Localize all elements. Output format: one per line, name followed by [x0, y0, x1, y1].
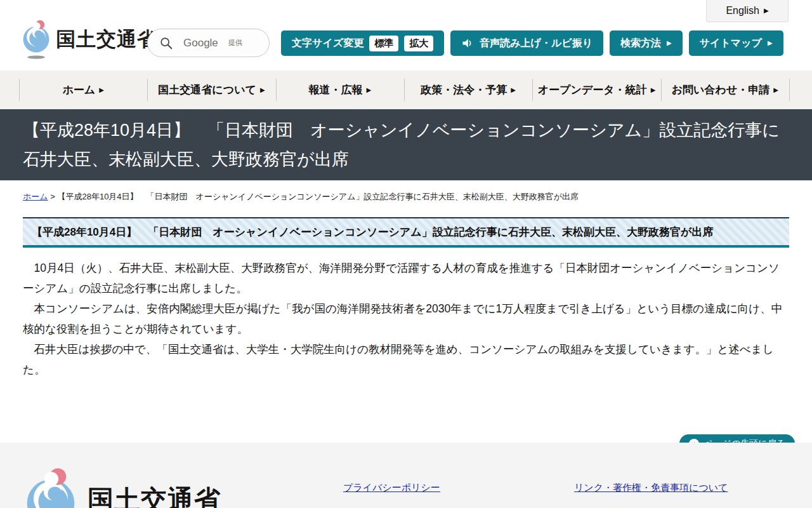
site-logo[interactable]: 国土交通省: [22, 19, 157, 60]
global-nav: ホーム ▶ 国土交通省について ▶ 報道・広報 ▶ 政策・法令・予算 ▶ オープ…: [0, 70, 812, 109]
mlit-logo-icon: [22, 19, 51, 60]
page: English ▶ 国土交通省 Google 提供: [0, 0, 812, 508]
nav-item-press[interactable]: 報道・広報 ▶: [276, 70, 404, 109]
breadcrumb: ホーム > 【平成28年10月4日】 「日本財団 オーシャンイノベーションコンソ…: [23, 191, 789, 203]
search-input[interactable]: Google 提供: [147, 29, 270, 57]
font-size-button-group: 文字サイズ変更 標準 拡大: [281, 30, 444, 56]
arrow-right-icon: ▶: [511, 87, 516, 93]
arrow-right-icon: ▶: [667, 40, 672, 46]
header-buttons: 文字サイズ変更 標準 拡大 音声読み上げ・ルビ振り 検索方法 ▶ サイトマップ …: [281, 30, 783, 56]
article-paragraph: 本コンソーシアムは、安倍内閣総理大臣が掲げた「我が国の海洋開発技術者を2030年…: [23, 298, 789, 339]
article-paragraph: 石井大臣は挨拶の中で、「国土交通省は、大学生・大学院生向けの教材開発等を進め、コ…: [23, 339, 789, 380]
nav-item-policy[interactable]: 政策・法令・予算 ▶: [404, 70, 532, 109]
nav-item-about[interactable]: 国土交通省について ▶: [147, 70, 275, 109]
breadcrumb-separator: >: [50, 192, 55, 201]
sitemap-label: サイトマップ: [700, 37, 762, 50]
english-button[interactable]: English ▶: [706, 0, 789, 22]
mlit-logo-icon: [24, 463, 77, 508]
font-size-standard-button[interactable]: 標準: [369, 36, 398, 51]
privacy-policy-link[interactable]: プライバシーポリシー: [343, 482, 440, 494]
arrow-right-icon: ▶: [99, 87, 104, 93]
footer-logo-text: 国土交通省: [88, 483, 221, 508]
header: English ▶ 国土交通省 Google 提供: [0, 0, 812, 70]
nav-item-label: 報道・広報: [308, 83, 362, 97]
arrow-right-icon: ▶: [260, 87, 265, 93]
audio-reading-button[interactable]: 音声読み上げ・ルビ振り: [450, 30, 603, 56]
nav-item-home[interactable]: ホーム ▶: [19, 70, 147, 109]
article-heading: 【平成28年10月4日】 「日本財団 オーシャンイノベーションコンソーシアム」設…: [23, 217, 789, 248]
search-placeholder: Google: [183, 37, 218, 50]
nav-item-label: お問い合わせ・申請: [672, 83, 770, 97]
search-method-button[interactable]: 検索方法 ▶: [610, 30, 683, 56]
footer-logo[interactable]: 国土交通省: [24, 463, 221, 508]
footer: 国土交通省 プライバシーポリシー リンク・著作権・免責事項について: [0, 443, 812, 508]
nav-item-label: オープンデータ・統計: [538, 83, 647, 97]
font-size-large-button[interactable]: 拡大: [404, 36, 433, 51]
breadcrumb-current: 【平成28年10月4日】 「日本財団 オーシャンイノベーションコンソーシアム」設…: [57, 192, 579, 201]
article-paragraph: 10月4日（火）、石井大臣、末松副大臣、大野政務官が、海洋開発分野で活躍する人材…: [23, 258, 789, 298]
arrow-right-icon: ▶: [366, 87, 371, 93]
copyright-disclaimer-link[interactable]: リンク・著作権・免責事項について: [574, 482, 728, 494]
arrow-right-icon: ▶: [764, 8, 769, 14]
nav-item-contact[interactable]: お問い合わせ・申請 ▶: [661, 70, 789, 109]
search-icon: [159, 36, 173, 50]
nav-item-label: ホーム: [62, 83, 95, 97]
site-logo-text: 国土交通省: [56, 26, 157, 53]
arrow-right-icon: ▶: [768, 40, 773, 46]
arrow-right-icon: ▶: [773, 87, 778, 93]
speaker-icon: [461, 37, 474, 50]
font-size-label: 文字サイズ変更: [292, 37, 363, 50]
nav-item-open-data[interactable]: オープンデータ・統計 ▶: [532, 70, 660, 109]
arrow-right-icon: ▶: [651, 87, 656, 93]
english-button-label: English: [726, 5, 759, 17]
search-method-label: 検索方法: [620, 37, 661, 50]
page-title-banner: 【平成28年10月4日】 「日本財団 オーシャンイノベーションコンソーシアム」設…: [0, 109, 812, 180]
article-body: 10月4日（火）、石井大臣、末松副大臣、大野政務官が、海洋開発分野で活躍する人材…: [23, 258, 789, 380]
nav-item-label: 政策・法令・予算: [421, 83, 507, 97]
main-content: ホーム > 【平成28年10月4日】 「日本財団 オーシャンイノベーションコンソ…: [0, 191, 812, 380]
article-heading-text: 【平成28年10月4日】 「日本財団 オーシャンイノベーションコンソーシアム」設…: [32, 226, 713, 238]
search-provided-label: 提供: [228, 38, 242, 48]
page-title: 【平成28年10月4日】 「日本財団 オーシャンイノベーションコンソーシアム」設…: [23, 116, 787, 174]
nav-item-label: 国土交通省について: [158, 83, 256, 97]
sitemap-button[interactable]: サイトマップ ▶: [689, 30, 783, 56]
audio-reading-label: 音声読み上げ・ルビ振り: [480, 37, 593, 50]
breadcrumb-home-link[interactable]: ホーム: [23, 192, 48, 201]
